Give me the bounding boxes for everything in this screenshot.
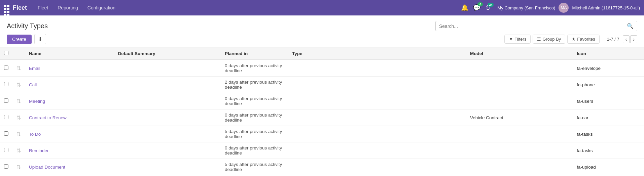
select-all-header (0, 47, 12, 60)
top-navigation: Fleet Fleet Reporting Configuration 🔔 💬 … (0, 0, 644, 15)
row-default-summary (114, 109, 221, 126)
row-drag-handle-cell: ⇅ (12, 109, 25, 126)
row-icon: fa-tasks (573, 126, 644, 142)
row-name: Meeting (25, 93, 114, 109)
pagination-controls: ‹ › (623, 35, 637, 43)
row-icon: fa-upload (573, 159, 644, 175)
row-drag-handle-cell: ⇅ (12, 60, 25, 77)
search-bar: 🔍 (435, 21, 637, 31)
drag-handle-icon[interactable]: ⇅ (16, 65, 21, 71)
row-default-summary (114, 60, 221, 77)
menu-reporting[interactable]: Reporting (53, 3, 82, 12)
row-checkbox-5[interactable] (4, 148, 8, 152)
favorites-button[interactable]: ★ Favorites (567, 35, 599, 44)
notifications-bell-icon[interactable]: 🔔 (461, 4, 468, 11)
row-default-summary (114, 159, 221, 175)
row-checkbox-cell (0, 93, 12, 109)
row-checkbox-cell (0, 109, 12, 126)
table-row: ⇅ To Do 5 days after previous activity d… (0, 126, 644, 142)
row-model (466, 142, 573, 159)
row-type (288, 77, 466, 93)
drag-handle-icon[interactable]: ⇅ (16, 115, 21, 121)
row-checkbox-4[interactable] (4, 131, 8, 136)
row-type (288, 142, 466, 159)
row-type (288, 159, 466, 175)
table-row: ⇅ Contract to Renew 0 days after previou… (0, 109, 644, 126)
planned-days: 5 days (225, 129, 238, 134)
activity-icon[interactable]: ⏱ 24 (485, 4, 491, 11)
row-name-link[interactable]: Reminder (29, 148, 49, 153)
table-body: ⇅ Email 0 days after previous activity d… (0, 60, 644, 175)
drag-handle-icon[interactable]: ⇅ (16, 98, 21, 104)
user-name[interactable]: Mitchell Admin (11617725-15-0-all) (572, 5, 640, 10)
groupby-icon: ☰ (537, 37, 541, 42)
user-avatar[interactable]: MA (559, 3, 569, 13)
create-button[interactable]: Create (7, 35, 32, 44)
row-planned-in: 0 days after previous activity deadline (221, 142, 288, 159)
row-icon: fa-phone (573, 77, 644, 93)
row-model (466, 93, 573, 109)
row-name-link[interactable]: Meeting (29, 99, 45, 104)
row-drag-handle-cell: ⇅ (12, 126, 25, 142)
messages-icon[interactable]: 💬 6 (473, 4, 480, 11)
drag-handle-icon[interactable]: ⇅ (16, 82, 21, 88)
pagination-prev-button[interactable]: ‹ (623, 35, 630, 43)
groupby-button[interactable]: ☰ Group By (533, 35, 565, 44)
filter-icon: ▼ (509, 37, 513, 42)
col-header-icon: Icon (573, 47, 644, 60)
row-name-link[interactable]: Call (29, 82, 37, 87)
row-name: To Do (25, 126, 114, 142)
drag-handle-icon[interactable]: ⇅ (16, 164, 21, 170)
row-name-link[interactable]: Contract to Renew (29, 115, 67, 120)
row-checkbox-0[interactable] (4, 65, 8, 70)
messages-badge: 6 (477, 2, 483, 6)
drag-handle-icon[interactable]: ⇅ (16, 148, 21, 153)
row-checkbox-cell (0, 60, 12, 77)
row-checkbox-2[interactable] (4, 98, 8, 103)
row-name: Reminder (25, 142, 114, 159)
app-grid-icon[interactable] (4, 5, 10, 11)
download-button[interactable]: ⬇ (34, 34, 46, 44)
row-checkbox-3[interactable] (4, 115, 8, 119)
row-drag-handle-cell: ⇅ (12, 142, 25, 159)
pagination-next-button[interactable]: › (630, 35, 637, 43)
row-checkbox-1[interactable] (4, 82, 8, 86)
row-name-link[interactable]: Upload Document (29, 165, 65, 170)
row-drag-handle-cell: ⇅ (12, 77, 25, 93)
pagination-info: 1-7 / 7 (607, 37, 619, 42)
menu-configuration[interactable]: Configuration (83, 3, 119, 12)
row-checkbox-6[interactable] (4, 164, 8, 169)
page-body: Activity Types 🔍 Create ⬇ ▼ Filters ☰ Gr… (0, 15, 644, 176)
table-row: ⇅ Meeting 0 days after previous activity… (0, 93, 644, 109)
search-icon[interactable]: 🔍 (627, 23, 634, 29)
drag-header (12, 47, 25, 60)
col-header-model: Model (466, 47, 573, 60)
search-input[interactable] (439, 24, 627, 29)
row-name: Call (25, 77, 114, 93)
col-header-type: Type (288, 47, 466, 60)
row-name: Contract to Renew (25, 109, 114, 126)
row-model (466, 126, 573, 142)
select-all-checkbox[interactable] (4, 51, 8, 55)
filters-button[interactable]: ▼ Filters (504, 35, 531, 44)
topnav-right: 🔔 💬 6 ⏱ 24 My Company (San Francisco) MA… (461, 3, 640, 13)
planned-days: 2 days (225, 80, 238, 85)
row-planned-in: 0 days after previous activity deadline (221, 93, 288, 109)
app-brand[interactable]: Fleet (13, 4, 27, 11)
row-planned-in: 5 days after previous activity deadline (221, 159, 288, 175)
drag-handle-icon[interactable]: ⇅ (16, 131, 21, 137)
company-name[interactable]: My Company (San Francisco) (497, 5, 555, 10)
row-name: Email (25, 60, 114, 77)
menu-fleet[interactable]: Fleet (34, 3, 52, 12)
row-checkbox-cell (0, 77, 12, 93)
table-header-row: Name Default Summary Planned in Type Mod… (0, 47, 644, 60)
col-header-default-summary: Default Summary (114, 47, 221, 60)
table-row: ⇅ Reminder 0 days after previous activit… (0, 142, 644, 159)
row-name-link[interactable]: To Do (29, 132, 41, 137)
row-type (288, 109, 466, 126)
row-icon: fa-users (573, 93, 644, 109)
row-default-summary (114, 126, 221, 142)
row-type (288, 60, 466, 77)
page-title: Activity Types (7, 22, 48, 30)
row-name-link[interactable]: Email (29, 66, 40, 71)
